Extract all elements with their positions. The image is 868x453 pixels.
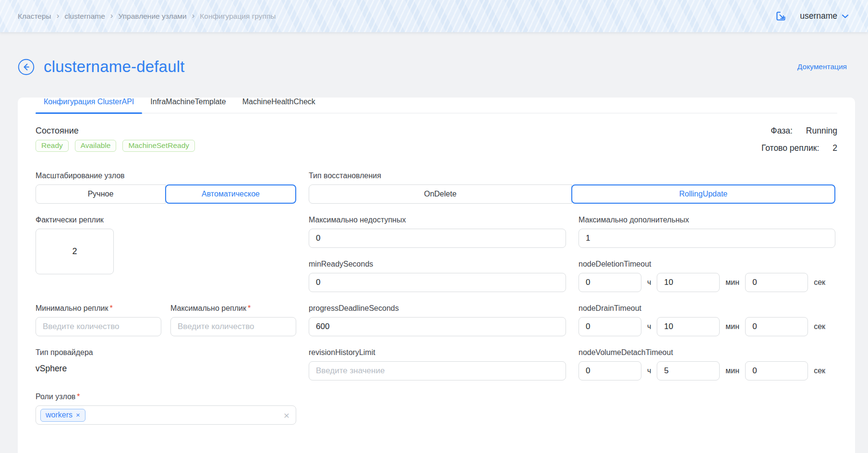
phase-label: Фаза:: [771, 126, 792, 135]
field-nodedeletiontimeout: nodeDeletionTimeout ч мин сек: [579, 260, 835, 292]
field-node-scaling: Масштабирование узлов Ручное Автоматичес…: [36, 171, 296, 204]
nodevolumedetachtimeout-hours-input[interactable]: [579, 361, 641, 380]
required-asterisk: *: [110, 304, 113, 312]
topbar: Кластеры › clustername › Управление узла…: [0, 0, 868, 32]
clear-icon[interactable]: ×: [284, 410, 289, 420]
field-revisionhistorylimit: revisionHistoryLimit: [309, 348, 566, 380]
field-progressdeadlineseconds: progressDeadlineSeconds: [309, 304, 566, 336]
breadcrumb-separator-icon: ›: [110, 12, 113, 20]
max-additional-input[interactable]: [579, 229, 835, 248]
tag-label: workers: [46, 411, 72, 419]
node-scaling-toggle: Ручное Автоматическое: [36, 184, 296, 204]
actual-replicas-label: Фактически реплик: [36, 216, 296, 224]
phase-value: Running: [806, 126, 837, 135]
tab-clusterapi-config[interactable]: Конфигурация ClusterAPI: [36, 98, 142, 113]
breadcrumb-clustername[interactable]: clustername: [64, 12, 105, 21]
recovery-type-label: Тип восстановления: [309, 171, 835, 180]
seconds-unit-label: сек: [814, 322, 825, 331]
minutes-unit-label: мин: [725, 367, 739, 375]
status-badges: Ready Available MachineSetReady: [36, 140, 195, 152]
breadcrumb-separator-icon: ›: [192, 12, 195, 20]
max-replicas-input[interactable]: [170, 317, 296, 336]
provider-type-value: vSphere: [36, 364, 296, 374]
back-button[interactable]: [18, 59, 35, 75]
breadcrumb-separator-icon: ›: [57, 12, 60, 20]
page-title: clustername-default: [44, 58, 185, 76]
config-card: Конфигурация ClusterAPI InfraMachineTemp…: [18, 98, 855, 453]
nodedeletiontimeout-label: nodeDeletionTimeout: [579, 260, 835, 269]
progressdeadlineseconds-input[interactable]: [309, 317, 566, 336]
ready-replicas-label: Готово реплик:: [761, 143, 819, 153]
field-max-replicas: Максимально реплик*: [170, 304, 296, 336]
hours-unit-label: ч: [647, 367, 651, 375]
minreadyseconds-label: minReadySeconds: [309, 260, 566, 269]
ready-replicas-line: Готово реплик:2: [761, 143, 837, 153]
hours-unit-label: ч: [647, 278, 651, 287]
tab-inframachinetemplate[interactable]: InfraMachineTemplate: [142, 98, 234, 113]
scaling-option-automatic[interactable]: Автоматическое: [165, 184, 296, 204]
tab-machinehealthcheck[interactable]: MachineHealthCheck: [234, 98, 324, 113]
minreadyseconds-input[interactable]: [309, 273, 566, 292]
username-label: username: [800, 11, 837, 21]
max-additional-label: Максимально дополнительных: [579, 216, 835, 224]
nodedraintimeout-hours-input[interactable]: [579, 317, 641, 336]
breadcrumb-clusters[interactable]: Кластеры: [18, 12, 51, 21]
field-minreadyseconds: minReadySeconds: [309, 260, 566, 292]
nodedraintimeout-label: nodeDrainTimeout: [579, 304, 835, 313]
status-label: Состояние: [36, 126, 195, 136]
nodedeletiontimeout-seconds-input[interactable]: [745, 273, 808, 292]
breadcrumb: Кластеры › clustername › Управление узла…: [18, 12, 276, 21]
export-icon[interactable]: [774, 10, 787, 23]
node-roles-multiselect[interactable]: workers × ×: [36, 405, 296, 425]
max-unavailable-label: Максимально недоступных: [309, 216, 566, 224]
field-nodevolumedetachtimeout: nodeVolumeDetachTimeout ч мин сек: [579, 348, 835, 380]
max-replicas-label: Максимально реплик*: [170, 304, 296, 313]
ready-replicas-value: 2: [832, 143, 837, 153]
nodedraintimeout-minutes-input[interactable]: [657, 317, 720, 336]
tag-remove-icon[interactable]: ×: [76, 411, 80, 418]
seconds-unit-label: сек: [814, 367, 825, 375]
nodevolumedetachtimeout-label: nodeVolumeDetachTimeout: [579, 348, 835, 357]
status-badge-available: Available: [75, 140, 117, 152]
field-max-unavailable: Максимально недоступных: [309, 216, 566, 248]
revisionhistorylimit-input[interactable]: [309, 361, 566, 380]
hours-unit-label: ч: [647, 322, 651, 331]
nodedeletiontimeout-hours-input[interactable]: [579, 273, 641, 292]
nodevolumedetachtimeout-seconds-input[interactable]: [745, 361, 808, 380]
node-scaling-label: Масштабирование узлов: [36, 171, 296, 180]
scaling-option-manual[interactable]: Ручное: [36, 184, 166, 204]
documentation-link[interactable]: Документация: [797, 62, 847, 71]
chevron-down-icon: [842, 14, 849, 19]
node-role-tag-workers: workers ×: [40, 409, 85, 422]
seconds-unit-label: сек: [814, 278, 825, 287]
phase-line: Фаза:Running: [761, 126, 837, 136]
field-max-additional: Максимально дополнительных: [579, 216, 835, 248]
recovery-option-ondelete[interactable]: OnDelete: [309, 184, 572, 204]
min-replicas-input[interactable]: [36, 317, 161, 336]
tab-bar: Конфигурация ClusterAPI InfraMachineTemp…: [36, 98, 837, 113]
minutes-unit-label: мин: [725, 278, 739, 287]
required-asterisk: *: [77, 392, 80, 401]
nodevolumedetachtimeout-minutes-input[interactable]: [657, 361, 720, 380]
recovery-option-rollingupdate[interactable]: RollingUpdate: [571, 184, 835, 204]
actual-replicas-value: 2: [36, 229, 114, 274]
minutes-unit-label: мин: [725, 322, 739, 331]
title-row: clustername-default Документация: [18, 57, 847, 76]
revisionhistorylimit-label: revisionHistoryLimit: [309, 348, 566, 357]
required-asterisk: *: [248, 304, 251, 312]
nodedraintimeout-seconds-input[interactable]: [745, 317, 808, 336]
status-badge-ready: Ready: [36, 140, 69, 152]
nodedeletiontimeout-minutes-input[interactable]: [657, 273, 720, 292]
field-recovery-type: Тип восстановления OnDelete RollingUpdat…: [309, 171, 835, 204]
min-replicas-label: Минимально реплик*: [36, 304, 161, 313]
config-form: Масштабирование узлов Ручное Автоматичес…: [36, 171, 837, 425]
field-node-roles: Роли узлов* workers × ×: [36, 392, 296, 425]
breadcrumb-node-management[interactable]: Управление узлами: [119, 12, 187, 21]
progressdeadlineseconds-label: progressDeadlineSeconds: [309, 304, 566, 313]
field-provider-type: Тип провайдера vSphere: [36, 348, 296, 374]
max-unavailable-input[interactable]: [309, 229, 566, 248]
status-badge-machinesetready: MachineSetReady: [122, 140, 195, 152]
recovery-type-toggle: OnDelete RollingUpdate: [309, 184, 835, 204]
user-menu[interactable]: username: [800, 11, 849, 21]
breadcrumb-group-config: Конфигурация группы: [200, 12, 276, 21]
